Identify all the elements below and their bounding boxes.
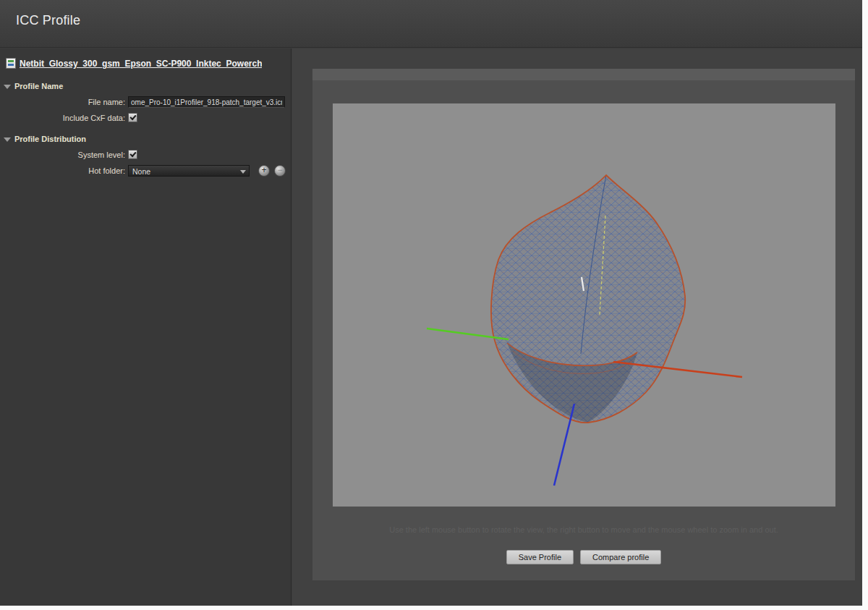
collapse-triangle-icon <box>4 85 11 89</box>
hot-folder-dropdown[interactable]: None <box>128 165 250 177</box>
add-hot-folder-button[interactable]: + <box>258 165 270 177</box>
profile-file-icon <box>6 58 16 69</box>
compare-profile-button[interactable]: Compare profile <box>580 550 661 564</box>
collapse-triangle-icon <box>4 137 11 142</box>
system-level-row: System level: <box>0 149 291 161</box>
file-name-input[interactable] <box>128 96 285 108</box>
save-profile-button[interactable]: Save Profile <box>506 550 574 564</box>
content-area: Use the left mouse button to rotate the … <box>292 48 862 606</box>
section-profile-distribution[interactable]: Profile Distribution <box>4 135 86 145</box>
header-bar: ICC Profile <box>0 0 862 48</box>
gamut-3d-plot <box>333 103 835 507</box>
section-profile-name[interactable]: Profile Name <box>4 82 63 92</box>
system-level-checkbox[interactable] <box>128 150 137 159</box>
viewport-hint: Use the left mouse button to rotate the … <box>312 525 855 534</box>
section-profile-name-label: Profile Name <box>14 82 63 90</box>
hot-folder-label: Hot folder: <box>0 166 125 175</box>
plus-icon: + <box>261 165 266 175</box>
hot-folder-row: Hot folder: None + − <box>0 165 291 177</box>
file-name-row: File name: <box>0 96 291 108</box>
hot-folder-selected-value: None <box>132 167 150 176</box>
settings-panel: Netbit_Glossy_300_gsm_Epson_SC-P900_Inkt… <box>0 48 292 606</box>
page-title: ICC Profile <box>16 13 80 28</box>
include-cxf-row: Include CxF data: <box>0 112 291 124</box>
system-level-label: System level: <box>0 151 125 159</box>
section-profile-distribution-label: Profile Distribution <box>14 135 86 143</box>
include-cxf-label: Include CxF data: <box>0 114 125 122</box>
file-name-label: File name: <box>0 98 125 106</box>
minus-icon: − <box>277 165 282 175</box>
remove-hot-folder-button[interactable]: − <box>274 165 286 177</box>
profile-title: Netbit_Glossy_300_gsm_Epson_SC-P900_Inkt… <box>20 57 262 69</box>
profile-title-row: Netbit_Glossy_300_gsm_Epson_SC-P900_Inkt… <box>6 57 289 72</box>
include-cxf-checkbox[interactable] <box>128 113 137 122</box>
gamut-3d-viewport[interactable] <box>333 103 835 507</box>
panel-button-row: Save Profile Compare profile <box>312 550 855 564</box>
dropdown-arrow-icon <box>240 170 246 174</box>
page-background: ICC Profile Netbit_Glossy_300_gsm_Epson_… <box>0 0 868 610</box>
panel-topbar <box>312 69 855 80</box>
app-window: ICC Profile Netbit_Glossy_300_gsm_Epson_… <box>0 0 862 606</box>
gamut-panel: Use the left mouse button to rotate the … <box>312 69 855 580</box>
